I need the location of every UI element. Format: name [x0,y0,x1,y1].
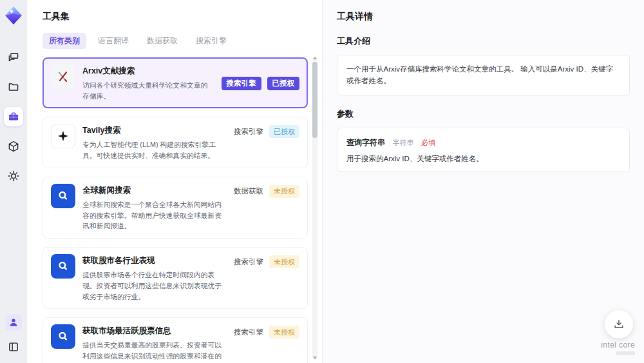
tool-card[interactable]: Arxiv文献搜索 访问各个研究领域大量科学论文和文章的存储库。 搜索引擎 已授… [43,57,308,108]
detail-title: 工具详情 [337,11,630,23]
category-tabs: 所有类别语言翻译数据获取搜索引擎 [43,33,308,49]
tool-text: Tavily搜索 专为人工智能代理 (LLM) 构建的搜索引擎工具。可快速提供实… [82,124,227,161]
download-icon [612,318,625,331]
tool-detail-panel: 工具详情 工具介绍 一个用于从Arxiv存储库搜索科学论文和文章的工具。 输入可… [323,0,644,363]
tool-text: Arxiv文献搜索 访问各个研究领域大量科学论文和文章的存储库。 [82,64,214,101]
tool-badges: 搜索引擎 未授权 [234,255,299,268]
tool-text: 获取市场最活跃股票信息 提供当天交易量最高的股票列表。投资者可以利用这些信息来识… [82,324,227,363]
tool-name: Tavily搜索 [82,125,227,136]
tool-card[interactable]: 全球新闻搜索 全球新闻搜索是一个聚合全球各大新闻网站内容的搜索引擎。帮助用户快速… [43,177,308,239]
brand-text: intel core [601,340,635,349]
tool-auth-badge: 已授权 [269,125,299,138]
tool-category-label: 搜索引擎 [234,127,263,137]
rail-nav [4,48,23,186]
tool-name: 获取市场最活跃股票信息 [82,326,227,337]
folder-icon[interactable] [4,77,23,97]
tool-category-label: 搜索引擎 [222,77,261,90]
param-header: 查询字符串 字符串 必填 [346,136,620,148]
app-logo-icon [3,5,24,26]
tool-description: 全球新闻搜索是一个聚合全球各大新闻网站内容的搜索引擎。帮助用户快速获取全球最新资… [82,199,227,231]
tool-card[interactable]: 获取股市各行业表现 提供股票市场各个行业在特定时间段内的表现。投资者可以利用这些… [43,247,308,309]
briefcase-icon[interactable] [4,107,23,126]
scrollbar-thumb[interactable] [312,62,317,138]
page-title: 工具集 [43,11,308,23]
brand-mark: intel core [601,340,635,355]
param-box: 查询字符串 字符串 必填 用于搜索的Arxiv ID、关键字或作者姓名。 [337,128,630,172]
tool-auth-badge: 未授权 [269,255,299,268]
tool-category-label: 搜索引擎 [234,257,263,267]
tool-badges: 搜索引擎 已授权 [222,77,300,90]
param-type: 字符串 [392,139,413,146]
params-heading: 参数 [337,108,630,120]
tool-name: Arxiv文献搜索 [82,66,214,77]
tool-badges: 数据获取 未授权 [234,185,299,198]
tool-description: 专为人工智能代理 (LLM) 构建的搜索引擎工具。可快速提供实时、准确和真实的结… [82,139,227,161]
param-description: 用于搜索的Arxiv ID、关键字或作者姓名。 [346,154,620,164]
panel-toggle-icon[interactable] [4,337,23,357]
tool-name: 获取股市各行业表现 [82,255,227,266]
search-blue-icon [51,254,75,279]
brand-subtext-bar [616,351,635,355]
app-root: 工具集 所有类别语言翻译数据获取搜索引擎 Arxiv文献搜索 访问各个研究领域大… [0,0,644,363]
tool-card[interactable]: Tavily搜索 专为人工智能代理 (LLM) 构建的搜索引擎工具。可快速提供实… [43,117,308,168]
tool-auth-badge: 未授权 [269,185,299,198]
tool-card[interactable]: 获取市场最活跃股票信息 提供当天交易量最高的股票列表。投资者可以利用这些信息来识… [43,317,308,363]
tool-description: 提供股票市场各个行业在特定时间段内的表现。投资者可以利用这些信息来识别表现优于或… [82,270,227,302]
search-blue-icon [51,324,75,349]
tab-1[interactable]: 语言翻译 [91,33,135,49]
scroll-down-arrow[interactable] [313,357,317,359]
tab-3[interactable]: 搜索引擎 [189,33,233,49]
tool-text: 全球新闻搜索 全球新闻搜索是一个聚合全球各大新闻网站内容的搜索引擎。帮助用户快速… [82,184,227,231]
tool-text: 获取股市各行业表现 提供股票市场各个行业在特定时间段内的表现。投资者可以利用这些… [82,254,227,302]
tab-2[interactable]: 数据获取 [140,33,184,49]
tool-list-panel: 工具集 所有类别语言翻译数据获取搜索引擎 Arxiv文献搜索 访问各个研究领域大… [27,0,323,363]
tab-0[interactable]: 所有类别 [43,33,86,49]
cube-icon[interactable] [4,137,23,156]
search-blue-icon [51,184,75,208]
tool-category-label: 数据获取 [234,186,263,196]
scrollbar [312,57,317,359]
tool-auth-badge: 已授权 [267,77,300,90]
chat-icon[interactable] [4,48,23,67]
tool-list: Arxiv文献搜索 访问各个研究领域大量科学论文和文章的存储库。 搜索引擎 已授… [43,57,308,363]
param-required-badge: 必填 [421,139,435,146]
intro-heading: 工具介绍 [337,35,630,47]
param-name: 查询字符串 [346,138,385,147]
tool-badges: 搜索引擎 已授权 [234,125,299,138]
gear-icon[interactable] [4,166,23,186]
scroll-up-arrow[interactable] [313,57,317,59]
tool-description: 访问各个研究领域大量科学论文和文章的存储库。 [82,80,214,101]
arxiv-icon [51,64,75,89]
left-rail [0,0,27,363]
tavily-icon [51,124,75,148]
tool-category-label: 搜索引擎 [234,328,263,337]
intro-text: 一个用于从Arxiv存储库搜索科学论文和文章的工具。 输入可以是Arxiv ID… [337,55,630,95]
download-button[interactable] [605,310,633,338]
user-icon[interactable] [5,314,22,331]
tool-auth-badge: 未授权 [269,326,299,338]
tool-name: 全球新闻搜索 [82,185,227,196]
rail-bottom [4,314,23,357]
tool-badges: 搜索引擎 未授权 [234,326,299,338]
tool-description: 提供当天交易量最高的股票列表。投资者可以利用这些信息来识别流动性强的股票和潜在的… [82,340,227,363]
